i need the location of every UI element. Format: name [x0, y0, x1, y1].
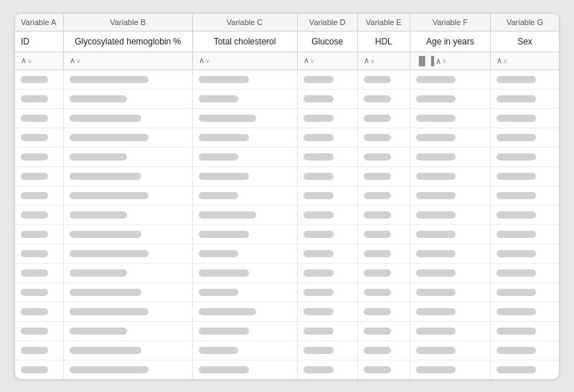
cell-cholesterol — [192, 186, 297, 205]
cell-sex — [491, 224, 559, 244]
cell-glucose — [297, 282, 357, 302]
cell-age — [410, 302, 490, 321]
cell-id — [15, 108, 63, 128]
sort-e[interactable]: ∧∨ — [357, 52, 410, 70]
cell-cholesterol — [192, 321, 297, 340]
sort-b[interactable]: ∧∨ — [63, 52, 192, 70]
cell-glyco — [63, 128, 192, 147]
cell-sex — [491, 302, 559, 321]
cell-hdl — [357, 89, 410, 108]
sort-c[interactable]: ∧∨ — [192, 52, 297, 70]
table-row — [15, 302, 559, 321]
cell-glucose — [297, 340, 357, 360]
cell-glyco — [63, 302, 192, 321]
table-row — [15, 244, 559, 263]
cell-id — [15, 263, 63, 282]
cell-cholesterol — [192, 166, 297, 186]
cell-sex — [491, 166, 559, 186]
sort-d[interactable]: ∧∨ — [297, 52, 357, 70]
cell-cholesterol — [192, 360, 297, 379]
cell-glyco — [63, 340, 192, 360]
cell-glyco — [63, 224, 192, 244]
cell-age — [410, 263, 490, 282]
cell-glyco — [63, 186, 192, 205]
cell-age — [410, 360, 490, 379]
table-row — [15, 224, 559, 244]
cell-glyco — [63, 89, 192, 108]
cell-glyco — [63, 70, 192, 89]
data-body — [15, 70, 559, 379]
cell-glucose — [297, 89, 357, 108]
cell-cholesterol — [192, 147, 297, 166]
cell-glucose — [297, 128, 357, 147]
var-header-b: Variable B — [63, 14, 192, 32]
data-table: Variable A Variable B Variable C Variabl… — [14, 13, 560, 380]
cell-glucose — [297, 244, 357, 263]
cell-glucose — [297, 166, 357, 186]
sort-f[interactable]: ▐▌▐∧∨ — [410, 52, 490, 70]
cell-cholesterol — [192, 263, 297, 282]
cell-id — [15, 166, 63, 186]
cell-cholesterol — [192, 89, 297, 108]
cell-age — [410, 128, 490, 147]
cell-age — [410, 224, 490, 244]
cell-hdl — [357, 321, 410, 340]
cell-id — [15, 224, 63, 244]
field-header-row: ID Glycosylated hemoglobin % Total chole… — [15, 31, 559, 52]
field-header-glucose: Glucose — [297, 31, 357, 52]
filter-row[interactable]: ∧∨ ∧∨ ∧∨ ∧∨ ∧∨ ▐▌▐∧∨ ∧∨ — [15, 52, 559, 70]
cell-age — [410, 321, 490, 340]
table-row — [15, 186, 559, 205]
cell-sex — [491, 205, 559, 224]
cell-sex — [491, 70, 559, 89]
table-row — [15, 70, 559, 89]
cell-hdl — [357, 360, 410, 379]
cell-age — [410, 89, 490, 108]
cell-sex — [491, 340, 559, 360]
cell-sex — [491, 360, 559, 379]
sort-g[interactable]: ∧∨ — [491, 52, 559, 70]
table-row — [15, 128, 559, 147]
variable-header-row: Variable A Variable B Variable C Variabl… — [15, 14, 559, 32]
cell-cholesterol — [192, 205, 297, 224]
cell-sex — [491, 282, 559, 302]
cell-cholesterol — [192, 224, 297, 244]
cell-age — [410, 186, 490, 205]
cell-age — [410, 70, 490, 89]
table-row — [15, 360, 559, 379]
var-header-f: Variable F — [410, 14, 490, 32]
var-header-d: Variable D — [297, 14, 357, 32]
cell-id — [15, 321, 63, 340]
cell-glucose — [297, 70, 357, 89]
field-header-id: ID — [15, 31, 63, 52]
table-row — [15, 263, 559, 282]
cell-hdl — [357, 147, 410, 166]
sort-a[interactable]: ∧∨ — [15, 52, 63, 70]
cell-sex — [491, 128, 559, 147]
table-row — [15, 108, 559, 128]
cell-glyco — [63, 263, 192, 282]
cell-hdl — [357, 302, 410, 321]
cell-id — [15, 282, 63, 302]
cell-sex — [491, 108, 559, 128]
field-header-age: Age in years — [410, 31, 490, 52]
cell-glucose — [297, 205, 357, 224]
cell-age — [410, 166, 490, 186]
cell-hdl — [357, 108, 410, 128]
cell-sex — [491, 89, 559, 108]
cell-sex — [491, 147, 559, 166]
cell-glucose — [297, 360, 357, 379]
field-header-cholesterol: Total cholesterol — [192, 31, 297, 52]
cell-glucose — [297, 186, 357, 205]
table-row — [15, 340, 559, 360]
var-header-e: Variable E — [357, 14, 410, 32]
cell-age — [410, 108, 490, 128]
cell-glyco — [63, 205, 192, 224]
cell-id — [15, 147, 63, 166]
cell-cholesterol — [192, 70, 297, 89]
field-header-glyco: Glycosylated hemoglobin % — [63, 31, 192, 52]
cell-age — [410, 282, 490, 302]
cell-cholesterol — [192, 108, 297, 128]
cell-id — [15, 205, 63, 224]
cell-glucose — [297, 224, 357, 244]
